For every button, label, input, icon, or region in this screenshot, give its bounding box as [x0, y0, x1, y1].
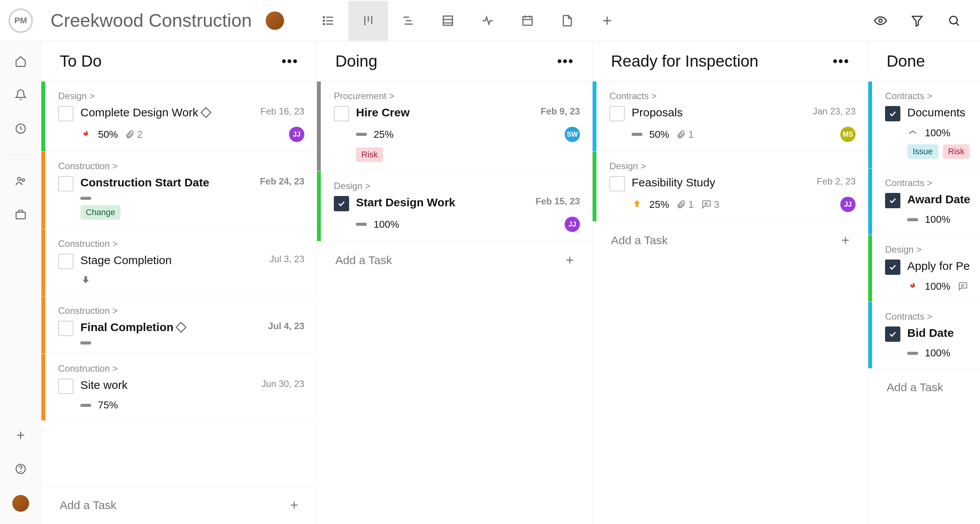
card-title[interactable]: Proposals — [632, 106, 806, 119]
home-icon[interactable] — [13, 54, 28, 69]
card-title[interactable]: Stage Completion — [80, 254, 263, 267]
view-table-icon[interactable] — [428, 1, 468, 41]
card-title[interactable]: Award Date — [907, 193, 980, 206]
view-activity-icon[interactable] — [468, 1, 508, 41]
card-checkbox[interactable] — [334, 196, 349, 211]
card-checkbox[interactable] — [58, 176, 74, 191]
add-task-button[interactable]: Add a Task+ — [593, 222, 868, 259]
card-checkbox[interactable] — [609, 176, 625, 191]
card-checkbox[interactable] — [58, 321, 74, 336]
card-title[interactable]: Site work — [80, 379, 255, 392]
card-category[interactable]: Contracts > — [885, 311, 980, 322]
tag[interactable]: Risk — [943, 144, 970, 159]
card-category[interactable]: Contracts > — [885, 178, 980, 188]
task-card[interactable]: Construction >Site workJun 30, 2375% — [41, 354, 317, 421]
filter-icon[interactable] — [903, 7, 931, 34]
assignee-avatar[interactable]: JJ — [840, 197, 856, 212]
task-card[interactable]: Construction >Final CompletionJul 4, 23 — [41, 296, 317, 354]
card-category[interactable]: Contracts > — [885, 91, 980, 101]
visibility-icon[interactable] — [867, 7, 894, 34]
card-checkbox[interactable] — [885, 260, 900, 275]
view-list-icon[interactable] — [309, 1, 348, 41]
comments-icon[interactable]: 3 — [701, 199, 719, 211]
card-category[interactable]: Design > — [58, 91, 304, 101]
view-calendar-icon[interactable] — [508, 1, 547, 41]
view-board-icon[interactable] — [348, 1, 388, 41]
task-card[interactable]: Design >Apply for Pe100% — [868, 235, 980, 302]
card-checkbox[interactable] — [885, 106, 900, 121]
recent-icon[interactable] — [13, 121, 28, 136]
card-checkbox[interactable] — [885, 326, 900, 342]
view-add-icon[interactable] — [587, 1, 627, 41]
add-icon[interactable] — [13, 428, 28, 443]
task-card[interactable]: Construction >Construction Start DateFeb… — [41, 152, 317, 229]
task-card[interactable]: Contracts >Bid Date100% — [868, 302, 980, 369]
add-task-button[interactable]: Add a Task+ — [868, 369, 980, 406]
comments-icon[interactable] — [957, 281, 968, 292]
card-percent: 100% — [925, 347, 951, 359]
card-date: Feb 9, 23 — [541, 106, 580, 117]
view-gantt-icon[interactable] — [388, 1, 428, 41]
tag[interactable]: Change — [80, 205, 121, 220]
task-card[interactable]: Procurement >Hire CrewFeb 9, 2325%SWRisk — [317, 82, 592, 171]
add-task-button[interactable]: Add a Task+ — [41, 486, 317, 524]
card-category[interactable]: Construction > — [58, 305, 304, 316]
card-checkbox[interactable] — [885, 193, 900, 208]
card-category[interactable]: Construction > — [58, 363, 304, 374]
card-checkbox[interactable] — [609, 106, 625, 121]
tag[interactable]: Issue — [907, 144, 938, 159]
assignee-avatar[interactable]: JJ — [289, 127, 304, 142]
assignee-avatar[interactable]: MS — [840, 127, 856, 142]
attachments-icon[interactable]: 1 — [676, 129, 694, 140]
portfolio-icon[interactable] — [13, 207, 28, 222]
attachments-icon[interactable]: 1 — [676, 199, 694, 211]
card-percent: 50% — [98, 129, 118, 140]
task-card[interactable]: Design >Complete Design WorkFeb 16, 2350… — [41, 82, 317, 152]
card-category[interactable]: Construction > — [58, 161, 304, 171]
help-icon[interactable] — [13, 461, 28, 477]
card-checkbox[interactable] — [58, 106, 74, 121]
card-title[interactable]: Start Design Work — [356, 196, 529, 209]
priority-none-icon — [80, 341, 91, 344]
attachments-icon[interactable]: 2 — [125, 129, 142, 140]
column-menu-icon[interactable]: ••• — [281, 53, 298, 69]
card-category[interactable]: Design > — [609, 161, 856, 171]
card-checkbox[interactable] — [334, 106, 349, 121]
card-title[interactable]: Final Completion — [80, 321, 261, 334]
card-title[interactable]: Bid Date — [907, 326, 980, 340]
assignee-avatar[interactable]: SW — [565, 127, 580, 142]
card-title[interactable]: Apply for Pe — [907, 260, 980, 273]
logo[interactable]: PM — [0, 8, 41, 33]
notifications-icon[interactable] — [13, 87, 28, 103]
card-title[interactable]: Complete Design Work — [80, 106, 253, 119]
card-title[interactable]: Construction Start Date — [80, 176, 253, 189]
card-category[interactable]: Design > — [885, 244, 980, 255]
card-category[interactable]: Design > — [334, 181, 580, 191]
assignee-avatar[interactable]: JJ — [565, 217, 580, 232]
project-avatar[interactable] — [266, 11, 284, 30]
user-avatar[interactable] — [12, 495, 29, 512]
column-menu-icon[interactable]: ••• — [557, 53, 574, 69]
column-menu-icon[interactable]: ••• — [833, 53, 849, 69]
card-checkbox[interactable] — [58, 254, 74, 269]
team-icon[interactable] — [13, 173, 28, 189]
card-category[interactable]: Construction > — [58, 238, 304, 249]
card-category[interactable]: Procurement > — [334, 91, 580, 101]
view-switcher — [309, 1, 627, 41]
task-card[interactable]: Design >Start Design WorkFeb 15, 23100%J… — [317, 171, 592, 242]
task-card[interactable]: Design >Feasibility StudyFeb 2, 2325%13J… — [593, 152, 868, 222]
view-file-icon[interactable] — [547, 1, 587, 41]
task-card[interactable]: Contracts >Documents100%IssueRisk — [868, 82, 980, 168]
project-title[interactable]: Creekwood Construction — [51, 10, 252, 31]
card-title[interactable]: Hire Crew — [356, 106, 534, 119]
card-checkbox[interactable] — [58, 379, 74, 394]
card-category[interactable]: Contracts > — [609, 91, 856, 101]
task-card[interactable]: Construction >Stage CompletionJul 3, 23 — [41, 229, 317, 296]
tag[interactable]: Risk — [356, 147, 383, 162]
card-title[interactable]: Feasibility Study — [632, 176, 810, 189]
card-title[interactable]: Documents — [907, 106, 980, 119]
task-card[interactable]: Contracts >ProposalsJan 23, 2350%1MS — [593, 82, 868, 152]
add-task-button[interactable]: Add a Task+ — [317, 242, 592, 279]
task-card[interactable]: Contracts >Award Date100% — [868, 168, 980, 235]
search-icon[interactable] — [940, 7, 968, 34]
